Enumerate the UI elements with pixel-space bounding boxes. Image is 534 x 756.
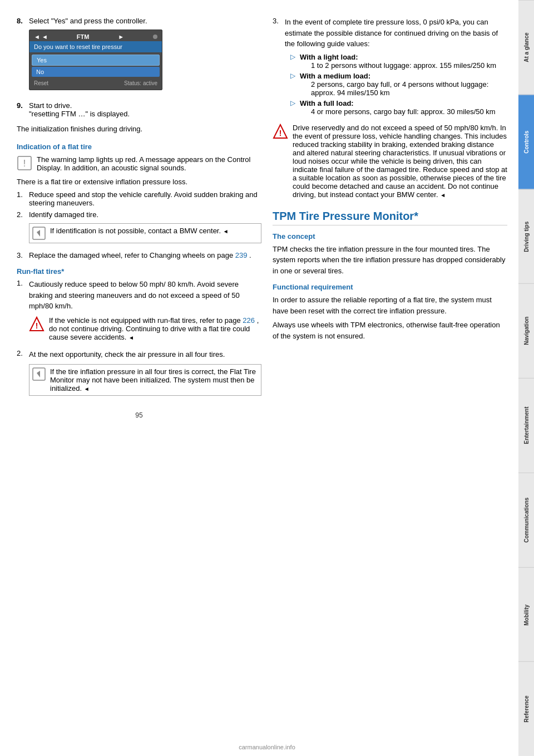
bullet2-head: With a medium load: [300,72,370,80]
bullet-medium-load: ▷ With a medium load: 2 persons, cargo b… [285,72,507,97]
ftm-option-yes: Yes [32,55,160,66]
flat-step-3-num: 3. [17,251,26,259]
bullet2-text: 2 persons, cargo bay full, or 4 persons … [311,80,507,97]
run-step-2-text: At the next opportunity, check the air p… [29,349,261,360]
flat-step-3-end: . [249,251,251,259]
concept-heading: The concept [273,232,507,240]
flat-step-3-link[interactable]: 239 [235,251,248,259]
ftm-arrows-right: ► [118,33,124,40]
run-stop-2: ◄ [84,386,90,392]
indication-heading: Indication of a flat tire [17,143,261,151]
flat-step-1-num: 1. [17,190,26,207]
arrow-bullet-3: ▷ [290,99,295,116]
run-warning-icon: ! [29,316,44,332]
flat-step-2-num: 2. [17,210,26,248]
run-stop-1: ◄ [128,335,134,341]
ftm-option-no: No [32,67,160,77]
sidebar-tab-at-a-glance[interactable]: At a glance [518,0,534,95]
indication-text: There is a flat tire or extensive inflat… [17,176,261,188]
ftm-arrows-left: ◄ ◄ [34,33,48,40]
sidebar-tab-driving-tips[interactable]: Driving tips [518,189,534,284]
ftm-status-value: Status: active [124,80,157,86]
warning-icon: ! [17,155,32,171]
right-step-3-num: 3. [273,17,281,118]
bullet-light-load: ▷ With a light load: 1 to 2 persons with… [285,53,507,70]
bullet1-head: With a light load: [300,53,358,61]
run-step-2-num: 2. [17,349,26,401]
svg-marker-7 [37,371,40,377]
svg-marker-3 [37,230,40,237]
step-8-text: Select "Yes" and press the controller. [29,17,147,25]
sidebar-tab-reference[interactable]: Reference [518,661,534,756]
right-warning-icon: ! [273,124,288,139]
page-number: 95 [17,411,261,419]
ftm-question: Do you want to reset tire pressur [29,41,162,52]
left-column: 8. Select "Yes" and press the controller… [17,17,261,739]
tpm-heading: TPM Tire Pressure Monitor* [273,210,507,225]
run-step-2: 2. At the next opportunity, check the ai… [17,349,261,401]
svg-text:!: ! [279,129,282,138]
flat-step-1-text: Reduce speed and stop the vehicle carefu… [29,190,261,207]
flat-step-3: 3. Replace the damaged wheel, refer to C… [17,251,261,259]
flat-step-2-text: Identify damaged tire. [29,210,261,219]
step-9-sub: "resetting FTM …" is displayed. [29,110,261,118]
ftm-title: FTM [77,33,90,40]
bullet1-text: 1 to 2 persons without luggage: approx. … [311,61,496,70]
indication-warning-box: ! The warning lamp lights up red. A mess… [17,155,261,172]
functional-heading: Functional requirement [273,283,507,291]
arrow-bullet-2: ▷ [290,72,295,97]
run-step-1-num: 1. [17,279,26,346]
sidebar-tab-communications[interactable]: Communications [518,473,534,567]
stop-symbol-1: ◄ [223,228,229,234]
step-9: 9. Start to drive. "resetting FTM …" is … [17,101,261,118]
run-info-icon [32,367,46,381]
flat-step-1: 1. Reduce speed and stop the vehicle car… [17,190,261,207]
ftm-dot [153,35,157,39]
functional-text-2: Always use wheels with TPM electronics, … [273,320,507,341]
sidebar-tab-controls[interactable]: Controls [518,95,534,189]
arrow-bullet-1: ▷ [290,53,295,70]
functional-text-1: In order to assure the reliable reportin… [273,294,507,316]
sidebar-tab-mobility[interactable]: Mobility [518,567,534,662]
concept-text: TPM checks the tire inflation pressure i… [273,244,507,277]
right-step-3-intro: In the event of complete tire pressure l… [285,17,507,50]
step-8: 8. Select "Yes" and press the controller… [17,17,261,96]
ftm-dialog: ◄ ◄ FTM ► Do you want to reset tire pres… [29,30,162,90]
info-box-identification: If identification is not possible, conta… [29,223,261,243]
bullet3-head: With a full load: [300,99,354,107]
right-warning-box: ! Drive reservedly and do not exceed a s… [273,124,507,199]
run-info-text: If the tire inflation pressure in all fo… [50,367,256,392]
step-9-text: Start to drive. [29,101,261,110]
flat-step-2: 2. Identify damaged tire. If identificat… [17,210,261,248]
bullet3-text: 4 or more persons, cargo bay full: appro… [311,107,496,116]
step-8-number: 8. [17,17,26,96]
bullet-full-load: ▷ With a full load: 4 or more persons, c… [285,99,507,116]
info-icon [32,227,46,240]
sidebar-tab-entertainment[interactable]: Entertainment [518,378,534,473]
flat-step-3-text: Replace the damaged wheel, refer to Chan… [29,251,233,259]
right-step-3: 3. In the event of complete tire pressur… [273,17,507,118]
watermark: carmanualonline.info [0,744,534,750]
right-warning-text: Drive reservedly and do not exceed a spe… [293,124,507,199]
run-step-1-text: Cautiously reduce speed to below 50 mph/… [29,279,261,312]
run-step-1: 1. Cautiously reduce speed to below 50 m… [17,279,261,346]
init-text: The initialization finishes during drivi… [17,124,261,135]
run-flat-heading: Run-flat tires* [17,267,261,276]
info-box-text: If identification is not possible, conta… [50,227,221,235]
run-warning-text: If the vehicle is not equipped with run-… [49,316,241,325]
step-9-number: 9. [17,101,26,118]
sidebar-tab-navigation[interactable]: Navigation [518,283,534,378]
run-warning-box: ! If the vehicle is not equipped with ru… [29,316,261,341]
right-stop-symbol: ◄ [440,192,446,198]
svg-text:!: ! [23,159,26,168]
sidebar: At a glance Controls Driving tips Naviga… [518,0,534,756]
svg-text:!: ! [36,321,38,330]
ftm-status-label: Reset [34,80,48,86]
right-column: 3. In the event of complete tire pressur… [273,17,507,739]
indication-warning-text: The warning lamp lights up red. A messag… [37,155,261,172]
run-warning-link[interactable]: 226 [243,316,255,325]
run-info-box: If the tire inflation pressure in all fo… [29,364,261,396]
